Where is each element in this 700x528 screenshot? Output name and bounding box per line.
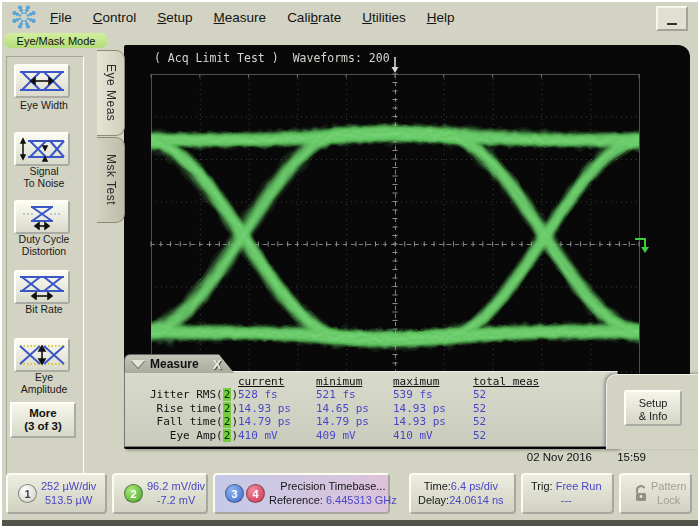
signal-to-noise-icon bbox=[18, 136, 66, 162]
eyeamp-maximum: 410 mV bbox=[393, 429, 473, 442]
rise-current: 14.93 ps bbox=[238, 402, 316, 415]
bit-rate-icon bbox=[18, 274, 66, 300]
measure-table: current minimum maximum total meas Jitte… bbox=[135, 375, 563, 442]
menu-setup[interactable]: Setup bbox=[157, 10, 192, 25]
mode-label: Eye/Mask Mode bbox=[4, 33, 108, 48]
menu-utilities[interactable]: Utilities bbox=[362, 10, 406, 25]
channel4-badge: 4 bbox=[246, 484, 265, 503]
minimize-icon bbox=[667, 23, 677, 25]
menu-calibrate[interactable]: Calibrate bbox=[287, 10, 341, 25]
row-fall-label: Fall time(2) bbox=[135, 415, 238, 428]
fall-minimum: 14.79 ps bbox=[316, 415, 393, 428]
tab-eye-meas[interactable]: Eye Meas bbox=[97, 50, 125, 136]
duty-cycle-distortion-button[interactable] bbox=[14, 200, 70, 234]
eye-amplitude-icon bbox=[18, 342, 66, 368]
menu-file[interactable]: File bbox=[50, 10, 72, 25]
tab-msk-test[interactable]: Msk Test bbox=[97, 137, 125, 223]
measure-tab[interactable]: Measure X bbox=[124, 354, 234, 373]
col-current: current bbox=[238, 375, 316, 388]
chevron-down-icon bbox=[131, 360, 145, 368]
oscilloscope-app: File Control Setup Measure Calibrate Uti… bbox=[0, 0, 700, 528]
date-text: 02 Nov 2016 bbox=[527, 451, 592, 463]
jitter-current: 528 fs bbox=[238, 388, 316, 401]
agilent-spark-icon bbox=[10, 4, 40, 31]
eye-amplitude-button[interactable] bbox=[14, 338, 70, 372]
lock-open-icon bbox=[634, 485, 648, 503]
channel1-badge: 1 bbox=[18, 484, 37, 503]
fall-maximum: 14.93 ps bbox=[393, 415, 473, 428]
eye-amplitude-label: EyeAmplitude bbox=[2, 372, 86, 395]
channel3-badge: 3 bbox=[225, 484, 244, 503]
setup-info-button[interactable]: Setup& Info bbox=[624, 390, 682, 426]
sidebar: Eye Width SignalTo Noise bbox=[2, 48, 97, 468]
menu-measure[interactable]: Measure bbox=[214, 10, 267, 25]
minimize-button[interactable] bbox=[656, 6, 688, 31]
channel2-badge: 2 bbox=[124, 484, 143, 503]
signal-to-noise-label: SignalTo Noise bbox=[2, 166, 86, 189]
jitter-total: 52 bbox=[473, 388, 563, 401]
channel1-button[interactable]: 1 252 µW/div513.5 µW bbox=[6, 473, 107, 514]
measure-panel: Measure X current minimum maximum total … bbox=[124, 371, 618, 447]
col-maximum: maximum bbox=[393, 375, 473, 388]
eye-width-button[interactable] bbox=[14, 64, 70, 98]
close-icon[interactable]: X bbox=[213, 357, 222, 372]
bottom-edge-strip bbox=[2, 520, 700, 527]
menu-control[interactable]: Control bbox=[93, 10, 137, 25]
fall-total: 52 bbox=[473, 415, 563, 428]
row-eyeamp-label: Eye Amp(2) bbox=[135, 429, 238, 442]
fall-current: 14.79 ps bbox=[238, 415, 316, 428]
pattern-lock-button[interactable]: PatternLock bbox=[619, 473, 692, 514]
menu-bar: File Control Setup Measure Calibrate Uti… bbox=[2, 2, 698, 32]
rise-minimum: 14.65 ps bbox=[316, 402, 393, 415]
bit-rate-label: Bit Rate bbox=[2, 304, 86, 316]
precision-timebase-button[interactable]: 3 4 Precision Timebase... Reference: 6.4… bbox=[213, 473, 390, 514]
status-bar: 1 252 µW/div513.5 µW 2 96.2 mV/div-7.2 m… bbox=[2, 470, 700, 520]
jitter-maximum: 539 fs bbox=[393, 388, 473, 401]
acq-status-text: ( Acq Limit Test )Waveforms: 200 bbox=[154, 51, 404, 65]
eye-width-label: Eye Width bbox=[2, 100, 86, 112]
channel2-button[interactable]: 2 96.2 mV/div-7.2 mV bbox=[112, 473, 208, 514]
eyeamp-minimum: 409 mV bbox=[316, 429, 393, 442]
duty-cycle-distortion-icon bbox=[18, 204, 66, 230]
menu-help[interactable]: Help bbox=[427, 10, 455, 25]
time-text: 15:59 bbox=[617, 451, 646, 463]
more-button[interactable]: More(3 of 3) bbox=[10, 402, 76, 438]
col-total-meas: total meas bbox=[473, 375, 563, 388]
row-rise-label: Rise time(2) bbox=[135, 402, 238, 415]
col-minimum: minimum bbox=[316, 375, 393, 388]
row-jitter-label: Jitter RMS(2) bbox=[135, 388, 238, 401]
setup-info-panel: Setup& Info bbox=[606, 374, 700, 449]
rise-maximum: 14.93 ps bbox=[393, 402, 473, 415]
eye-width-icon bbox=[18, 68, 66, 94]
signal-to-noise-button[interactable] bbox=[14, 132, 70, 166]
timebase-scale-button[interactable]: Time:6.4 ps/div Delay:24.0614 ns bbox=[409, 473, 516, 514]
rise-total: 52 bbox=[473, 402, 563, 415]
trigger-button[interactable]: Trig: Free Run --- bbox=[521, 473, 614, 514]
datetime: 02 Nov 2016 15:59 bbox=[2, 451, 646, 463]
bit-rate-button[interactable] bbox=[14, 270, 70, 304]
jitter-minimum: 521 fs bbox=[316, 388, 393, 401]
duty-cycle-distortion-label: Duty CycleDistortion bbox=[2, 234, 86, 257]
eyeamp-current: 410 mV bbox=[238, 429, 316, 442]
eyeamp-total: 52 bbox=[473, 429, 563, 442]
